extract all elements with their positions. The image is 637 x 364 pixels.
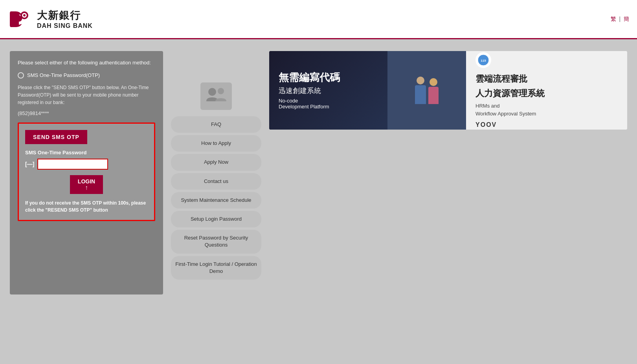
person1-body [415,85,426,104]
nav-how-to-apply-button[interactable]: How to Apply [171,135,261,152]
nav-maintenance-button[interactable]: System Maintenance Schedule [171,192,261,209]
person2-body [428,87,439,104]
otp-bracket-icon: [—] [25,161,34,167]
ad-banner: 無需編寫代碼 迅速創建系統 No-code Development Platfo… [269,51,627,130]
auth-title: Please select either of the following au… [18,59,155,67]
resend-info-text: If you do not receive the SMS OTP within… [25,199,148,214]
sms-otp-label: SMS One-Time Password(OTP) [27,72,100,78]
yoov-logo-icon: 115 [477,54,489,66]
otp-input-field[interactable] [37,159,108,170]
nav-panel: FAQ How to Apply Apply Now Contact us Sy… [171,51,261,294]
svg-point-4 [208,88,216,96]
ad-nocode-text: No-code [279,98,298,104]
nav-apply-now-button[interactable]: Apply Now [171,154,261,170]
logo-english-text: DAH SING BANK [37,22,93,29]
nav-top-icon [200,82,232,110]
nav-first-time-login-button[interactable]: First-Time Login Tutorial / Operation De… [171,256,261,280]
logo-chinese-text: 大新銀行 [37,9,93,22]
otp-input-row: [—] [25,159,148,170]
people-silhouette [415,77,439,104]
ad-right-section: 115 雲端流程審批 人力資源管理系統 HRMs and Workflow Ap… [466,51,627,130]
ad-people-illustration [387,51,466,130]
ad-right-chinese-line2: 人力資源管理系統 [475,88,618,99]
login-btn-label: LOGIN [78,178,95,185]
person-1 [415,77,426,104]
person-group-icon [204,86,228,106]
auth-panel: Please select either of the following au… [10,51,163,294]
sms-otp-radio-row[interactable]: SMS One-Time Password(OTP) [18,72,155,79]
language-switcher[interactable]: 繁 | 簡 [611,16,629,23]
ad-platform-text: Development Platform [279,104,329,110]
lang-trad[interactable]: 繁 [611,16,616,22]
svg-text:115: 115 [481,59,486,62]
ad-left-section: 無需編寫代碼 迅速創建系統 No-code Development Platfo… [269,51,466,130]
login-arrow-icon: ↑ [85,185,88,191]
otp-info-text: Please click the "SEND SMS OTP" button b… [18,84,155,107]
otp-highlighted-box: SEND SMS OTP SMS One-Time Password [—] L… [18,123,155,221]
sms-otp-radio[interactable] [18,72,24,79]
logo-area: 大新銀行 DAH SING BANK [8,7,93,31]
dah-sing-logo-icon [8,7,31,31]
login-btn-wrap: LOGIN ↑ [25,175,148,194]
ad-right-english-line1: HRMs and [475,102,618,110]
person-2 [428,78,439,104]
ad-brand-label: YOOV [475,121,618,128]
login-button[interactable]: LOGIN ↑ [70,175,103,194]
nav-faq-button[interactable]: FAQ [171,116,261,133]
lang-sep: | [619,16,620,22]
ad-yoov-logo-circle: 115 [475,52,491,68]
nav-icon-area [171,82,261,110]
phone-number: (852)9814**** [18,110,155,116]
logo-text-area: 大新銀行 DAH SING BANK [37,9,93,29]
person1-head [417,77,424,84]
nav-setup-password-button[interactable]: Setup Login Password [171,211,261,227]
send-sms-otp-button[interactable]: SEND SMS OTP [25,130,87,144]
nav-contact-us-button[interactable]: Contact us [171,173,261,190]
person2-head [430,78,437,86]
ad-right-chinese-line1: 雲端流程審批 [475,73,618,85]
lang-simp[interactable]: 簡 [624,16,629,22]
main-content: Please select either of the following au… [0,39,637,306]
nav-reset-password-button[interactable]: Reset Password by Security Questions [171,230,261,253]
svg-point-3 [23,14,26,16]
header: 大新銀行 DAH SING BANK 繁 | 簡 [0,0,637,39]
svg-point-5 [218,88,224,94]
ad-right-english-line2: Workflow Approval System [475,110,618,118]
otp-field-label: SMS One-Time Password [25,150,148,155]
